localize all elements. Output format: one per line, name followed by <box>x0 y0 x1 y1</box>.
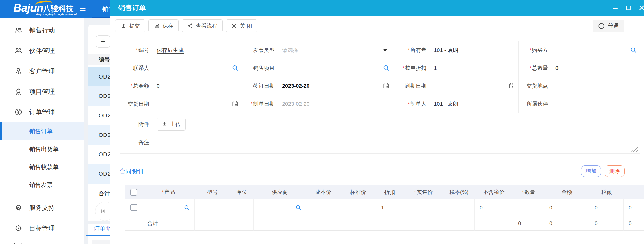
close-label: 关 闭 <box>240 22 252 29</box>
sidebar-item-sales-action[interactable]: 销售行动 <box>0 20 84 40</box>
headset-icon <box>14 204 23 212</box>
calendar-icon[interactable] <box>383 82 390 89</box>
search-icon[interactable] <box>184 204 190 211</box>
sidebar-item-service-support[interactable]: 服务支持 <box>0 197 84 218</box>
sidebar-item-label: 订单管理 <box>29 108 55 116</box>
delivery-place-field[interactable] <box>552 77 640 95</box>
close-window-button[interactable] <box>638 4 644 12</box>
row-checkbox[interactable] <box>130 204 137 211</box>
save-label: 保存 <box>163 22 173 29</box>
signing-date-field[interactable]: 2023-02-20 <box>278 77 393 95</box>
remark-textarea[interactable] <box>153 131 640 154</box>
priority-label: 普通 <box>608 22 619 29</box>
field-label-signing-date: 签订日期 <box>242 77 278 95</box>
calendar-icon[interactable] <box>232 100 239 107</box>
col-tax-rate: 税率(%) <box>443 185 475 199</box>
amount-cell[interactable]: 0 <box>544 199 589 216</box>
yuan-circle-icon <box>14 108 23 116</box>
total-tax-cell: 0 <box>589 216 624 231</box>
select-all-checkbox[interactable] <box>130 189 137 196</box>
sidebar-subitem-sales-invoice[interactable]: 销售发票 <box>0 176 84 194</box>
discount-cell[interactable]: 1 <box>376 199 403 216</box>
modal-title: 销售订单 <box>118 3 146 13</box>
tab-order-detail[interactable]: 订单明 <box>94 225 111 232</box>
search-icon[interactable] <box>383 64 390 71</box>
contact-field[interactable] <box>153 59 242 77</box>
cost-price-cell[interactable] <box>306 199 340 216</box>
invoice-type-select[interactable]: 请选择 <box>278 41 393 59</box>
medal-icon <box>14 87 23 96</box>
list-item[interactable]: OD2 <box>88 86 110 106</box>
submit-button[interactable]: 提交 <box>115 19 145 32</box>
save-button[interactable]: 保存 <box>148 19 179 32</box>
due-date-field[interactable] <box>430 77 519 95</box>
view-flow-button[interactable]: 查看流程 <box>182 19 223 32</box>
supplier-cell[interactable] <box>254 199 306 216</box>
tax-rate-cell[interactable] <box>443 199 475 216</box>
flow-share-icon <box>187 23 193 29</box>
minimize-button[interactable] <box>611 4 619 12</box>
hamburger-menu-icon[interactable]: ☰ <box>79 4 86 13</box>
total-amount-field[interactable]: 0 <box>153 77 242 95</box>
order-discount-field[interactable]: 1 <box>430 59 519 77</box>
close-button[interactable]: 关 闭 <box>226 19 257 32</box>
chevron-down-icon[interactable] <box>383 49 388 52</box>
sidebar-subitem-sales-receipt[interactable]: 销售收款单 <box>0 158 84 176</box>
sidebar-subitem-sales-shipment[interactable]: 销售出货单 <box>0 140 84 158</box>
total-cell <box>306 216 340 231</box>
sidebar-subitem-sales-order[interactable]: 销售订单 <box>0 122 84 140</box>
row-select-cell <box>125 199 142 216</box>
maximize-button[interactable] <box>625 4 632 12</box>
delete-row-button[interactable]: 删除 <box>605 165 625 177</box>
list-item[interactable]: OD2 <box>88 145 110 164</box>
sidebar-item-project-management[interactable]: 项目管理 <box>0 81 84 102</box>
submit-label: 提交 <box>129 22 140 29</box>
sales-project-field[interactable] <box>278 59 393 77</box>
field-label-order-discount: *整单折扣 <box>393 59 430 77</box>
actual-price-cell[interactable] <box>403 199 443 216</box>
quantity-cell[interactable] <box>513 199 544 216</box>
buyer-field[interactable] <box>552 41 640 59</box>
creator-field[interactable]: 101 - 袁朗 <box>430 95 519 113</box>
total-quantity-field[interactable]: 0 <box>552 59 640 77</box>
sidebar-item-target-management[interactable]: 目标管理 <box>0 218 84 238</box>
sidebar-subitem-label: 销售收款单 <box>29 163 59 171</box>
owner-field[interactable]: 101 - 袁朗 <box>430 41 519 59</box>
list-item[interactable]: OD2 <box>88 67 110 86</box>
order-number-field[interactable]: 保存后生成 <box>153 41 242 59</box>
search-icon[interactable] <box>295 204 302 211</box>
search-icon[interactable] <box>232 64 239 71</box>
add-row-button[interactable]: 增加 <box>581 165 601 177</box>
resize-handle-icon[interactable] <box>631 145 638 152</box>
search-icon[interactable] <box>630 47 637 53</box>
sidebar-item-customer-management[interactable]: 客户管理 <box>0 61 84 81</box>
extra-cell[interactable]: 0 <box>624 199 644 216</box>
model-cell[interactable] <box>195 199 230 216</box>
tax-amount-cell[interactable]: 0 <box>589 199 624 216</box>
partner-field[interactable] <box>552 95 640 113</box>
unit-cell[interactable] <box>230 199 254 216</box>
standard-price-cell[interactable] <box>340 199 376 216</box>
bajun-logo: Bajun 八骏科技 Anyone,Anytime,Anywhere! <box>13 1 90 17</box>
list-item[interactable]: OD2 <box>88 106 110 125</box>
background-list-page: + 编号 OD2 OD2 OD2 OD2 OD2 OD2 合计 订单明 <box>84 18 110 244</box>
add-record-button[interactable]: + <box>96 35 110 48</box>
sidebar-item-label: 项目管理 <box>29 87 55 96</box>
total-cell <box>403 216 443 231</box>
upload-button[interactable]: 上传 <box>157 118 186 131</box>
product-cell[interactable] <box>142 199 195 216</box>
modal-header: 销售订单 <box>110 0 644 16</box>
delivery-date-field[interactable] <box>153 95 242 113</box>
list-item[interactable]: OD2 <box>88 125 110 145</box>
sidebar-item-partner-management[interactable]: 伙伴管理 <box>0 40 84 61</box>
section-title: 合同明细 <box>120 167 143 175</box>
priority-selector[interactable]: 普通 <box>593 20 624 32</box>
creation-date-field[interactable]: 2023-02-20 <box>278 95 393 113</box>
list-item[interactable]: OD2 <box>88 164 110 184</box>
first-page-icon <box>100 208 106 215</box>
sidebar-item-order-management[interactable]: 订单管理 <box>0 102 84 122</box>
divider <box>88 199 110 199</box>
price-excl-tax-cell[interactable]: 0 <box>475 199 513 216</box>
calendar-icon[interactable] <box>508 82 515 89</box>
field-label-order-number: *编号 <box>120 41 153 59</box>
